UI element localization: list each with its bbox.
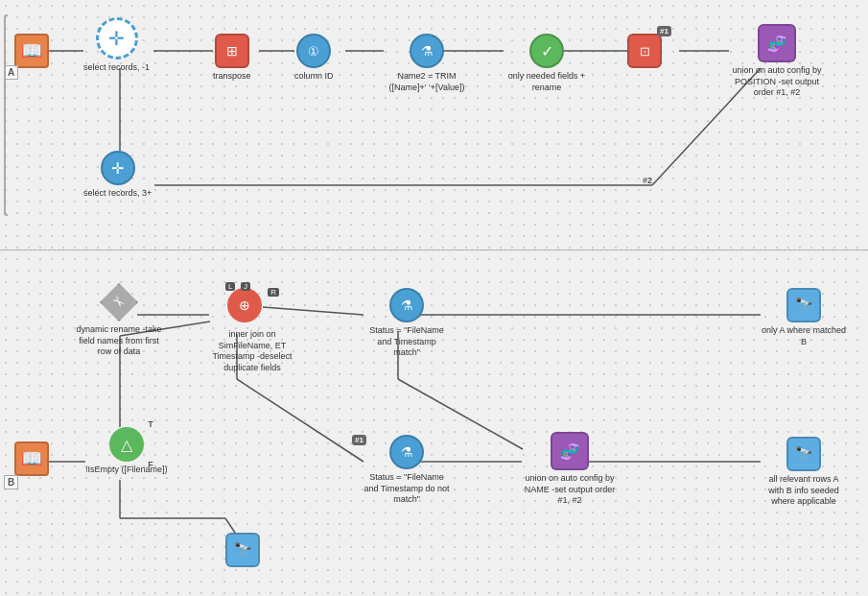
book-a-icon: 📖 (14, 34, 49, 68)
binoculars2-node[interactable]: 🔭 all relevant rows A with B info seeded… (761, 437, 847, 508)
select-records-3-node[interactable]: ✛ select records, 3+ (83, 151, 152, 200)
select-records-1-node[interactable]: ✛ select records, -1 (83, 17, 150, 74)
formula3-icon: ⚗ (389, 435, 424, 469)
svg-line-14 (237, 379, 364, 462)
join1-left-icon: ⊕ (227, 288, 262, 322)
join-j-badge: J (241, 282, 250, 291)
binoculars2-label: all relevant rows A with B info seeded w… (761, 474, 847, 508)
transpose-label: transpose (213, 71, 251, 83)
filter1-node[interactable]: ✓ only needed fields + rename (504, 34, 590, 93)
binoculars1-icon: 🔭 (786, 288, 821, 322)
select-records-3-label: select records, 3+ (83, 188, 152, 200)
union1-node[interactable]: 🧬 union on auto config by POSITION -set … (729, 24, 825, 99)
formula3-hash1: #1 (352, 435, 366, 445)
transpose-icon: ⊞ (215, 34, 249, 68)
separator-line (0, 250, 868, 250)
formula1-label: Name2 = TRIM ([Name]+' '+[Value]) (384, 71, 470, 93)
isempty-node[interactable]: △ T F !IsEmpty ([Filename]) (85, 427, 168, 476)
formula1-node[interactable]: ⚗ Name2 = TRIM ([Name]+' '+[Value]) (384, 34, 470, 93)
column-id-node[interactable]: ① column ID (294, 34, 334, 83)
formula2-node[interactable]: ⚗ Status = "FileName and Timestamp match… (364, 288, 450, 359)
select-records-1-label: select records, -1 (83, 62, 150, 74)
transpose-node[interactable]: ⊞ transpose (213, 34, 251, 83)
select2out-node[interactable]: ⊡ #1 (627, 34, 662, 68)
column-id-icon: ① (296, 34, 331, 68)
select-records-1-icon: ✛ (96, 17, 138, 60)
book-a-node[interactable]: 📖 (14, 34, 49, 68)
book-b-icon: 📖 (14, 441, 49, 476)
formula1-icon: ⚗ (410, 34, 444, 68)
isempty-f-label: F (148, 460, 153, 469)
dynrename-node[interactable]: ✂ dynamic rename -take field names from … (76, 283, 162, 358)
join-r-badge: R (268, 288, 279, 297)
join1-node[interactable]: ⊕ L J R inner join on SimFileName, ET Ti… (209, 288, 295, 374)
isempty-icon-wrapper: △ T F (109, 427, 144, 462)
b-label: B (4, 475, 18, 489)
union2-icon: 🧬 (551, 432, 589, 470)
isempty-label: !IsEmpty ([Filename]) (85, 465, 168, 476)
join1-label: inner join on SimFileName, ET Timestamp … (209, 329, 295, 374)
binoculars3-icon: 🔭 (225, 533, 260, 567)
row1-bracket (4, 14, 8, 216)
isempty-t-label: T (148, 419, 153, 429)
formula3-label: Status = "FileName and Timestamp do not … (364, 472, 450, 506)
binoculars1-label: only A where matched B (761, 325, 847, 347)
union2-label: union on auto config by NAME -set output… (522, 473, 618, 507)
formula3-node[interactable]: ⚗ #1 Status = "FileName and Timestamp do… (364, 435, 450, 506)
join-l-badge: L (225, 282, 235, 291)
binoculars2-icon: 🔭 (786, 437, 821, 471)
formula2-icon: ⚗ (389, 288, 424, 322)
hash2-label: #2 (643, 176, 652, 185)
workflow-canvas: 📖 ✛ select records, -1 ⊞ transpose ① col… (0, 0, 868, 596)
select2out-icon: ⊡ (627, 34, 662, 68)
dynrename-label: dynamic rename -take field names from fi… (76, 324, 162, 358)
binoculars1-node[interactable]: 🔭 only A where matched B (761, 288, 847, 347)
isempty-circle: △ (109, 427, 144, 462)
filter1-icon: ✓ (529, 34, 564, 68)
union2-node[interactable]: 🧬 union on auto config by NAME -set outp… (522, 432, 618, 507)
select-records-3-icon: ✛ (101, 151, 135, 185)
formula2-label: Status = "FileName and Timestamp match" (364, 325, 450, 359)
dynrename-icon: ✂ (100, 283, 138, 322)
column-id-label: column ID (294, 71, 334, 83)
join1-icon-wrapper: ⊕ L J R (227, 288, 277, 326)
hash1-badge: #1 (657, 26, 671, 36)
filter1-label: only needed fields + rename (504, 71, 590, 93)
book-b-node[interactable]: 📖 (14, 441, 49, 476)
union1-icon: 🧬 (758, 24, 796, 62)
union1-label: union on auto config by POSITION -set ou… (729, 65, 825, 99)
binoculars3-node[interactable]: 🔭 (225, 533, 260, 567)
